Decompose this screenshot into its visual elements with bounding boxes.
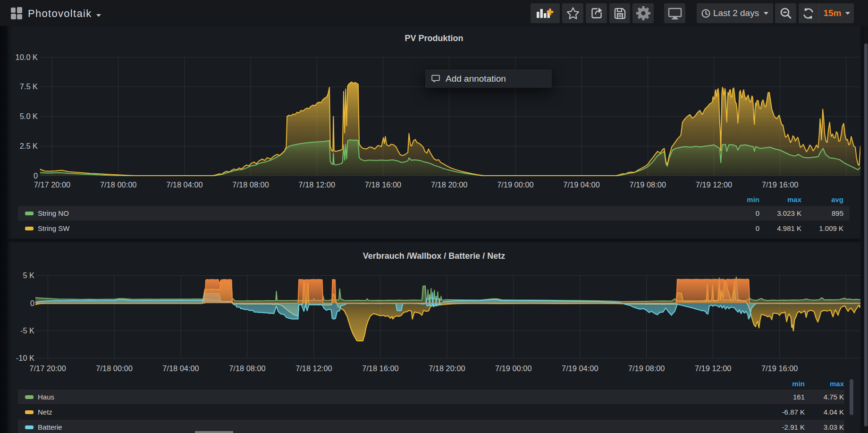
svg-text:5 K: 5 K (23, 271, 34, 280)
svg-text:7/19 04:00: 7/19 04:00 (562, 364, 598, 373)
svg-text:7/19 08:00: 7/19 08:00 (628, 364, 665, 373)
svg-text:5.0 K: 5.0 K (20, 112, 38, 120)
svg-text:7/19 00:00: 7/19 00:00 (495, 364, 531, 373)
svg-text:7/19 00:00: 7/19 00:00 (497, 180, 533, 189)
svg-text:7/18 20:00: 7/18 20:00 (429, 364, 465, 373)
svg-text:7/19 12:00: 7/19 12:00 (696, 180, 732, 189)
svg-text:7/19 08:00: 7/19 08:00 (630, 180, 666, 189)
svg-text:7/18 12:00: 7/18 12:00 (295, 364, 332, 373)
svg-text:7/17 20:00: 7/17 20:00 (34, 180, 70, 189)
svg-text:7/19 12:00: 7/19 12:00 (695, 364, 731, 373)
svg-text:-5 K: -5 K (20, 326, 34, 335)
svg-text:7/18 20:00: 7/18 20:00 (431, 180, 467, 189)
svg-text:2.5 K: 2.5 K (20, 142, 38, 150)
svg-text:7/19 16:00: 7/19 16:00 (761, 364, 798, 373)
svg-text:-10 K: -10 K (16, 354, 34, 362)
svg-text:0: 0 (30, 299, 34, 307)
svg-text:7.5 K: 7.5 K (20, 82, 38, 91)
svg-text:7/19 16:00: 7/19 16:00 (762, 180, 798, 189)
svg-text:7/18 16:00: 7/18 16:00 (365, 180, 401, 189)
svg-text:0: 0 (34, 171, 38, 180)
svg-text:7/18 04:00: 7/18 04:00 (166, 180, 202, 189)
svg-text:7/17 20:00: 7/17 20:00 (29, 364, 66, 373)
svg-text:7/18 00:00: 7/18 00:00 (100, 180, 136, 189)
svg-text:7/18 12:00: 7/18 12:00 (299, 180, 335, 189)
svg-text:7/18 08:00: 7/18 08:00 (229, 364, 265, 373)
svg-text:7/19 04:00: 7/19 04:00 (563, 180, 599, 189)
svg-text:7/18 08:00: 7/18 08:00 (232, 180, 269, 189)
svg-text:7/18 04:00: 7/18 04:00 (162, 364, 199, 373)
svg-text:7/18 00:00: 7/18 00:00 (96, 364, 132, 373)
svg-text:10.0 K: 10.0 K (16, 53, 38, 61)
svg-text:7/18 16:00: 7/18 16:00 (362, 364, 398, 373)
